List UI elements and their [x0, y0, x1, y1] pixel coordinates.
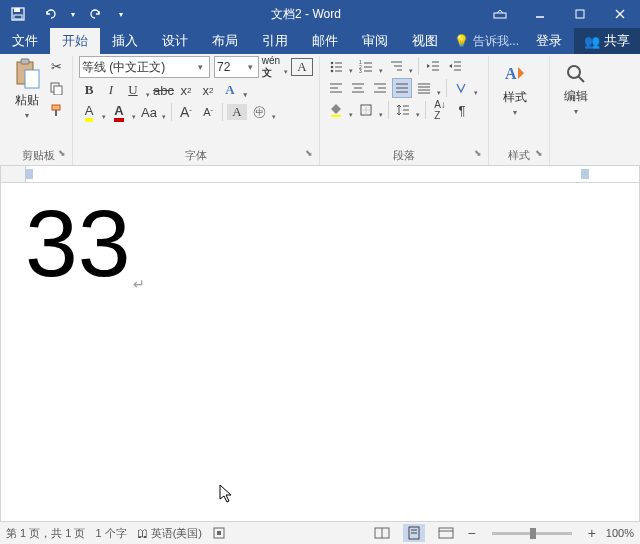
tab-layout[interactable]: 布局: [200, 28, 250, 54]
distributed-button[interactable]: [414, 78, 442, 98]
svg-rect-3: [494, 13, 506, 18]
undo-button[interactable]: [36, 2, 64, 26]
format-painter-button[interactable]: [46, 100, 66, 120]
status-language[interactable]: 🕮英语(美国): [137, 526, 202, 541]
cursor-icon: [219, 484, 235, 504]
highlight-button[interactable]: A: [79, 102, 107, 122]
ribbon-options-button[interactable]: [480, 0, 520, 28]
tab-design[interactable]: 设计: [150, 28, 200, 54]
tell-me[interactable]: 💡告诉我...: [450, 28, 524, 54]
status-word-count[interactable]: 1 个字: [95, 526, 126, 541]
ruler-right-margin[interactable]: [581, 169, 589, 179]
italic-button[interactable]: I: [101, 80, 121, 100]
maximize-button[interactable]: [560, 0, 600, 28]
save-button[interactable]: [4, 2, 32, 26]
bold-button[interactable]: B: [79, 80, 99, 100]
copy-button[interactable]: [46, 78, 66, 98]
bullets-button[interactable]: [326, 56, 354, 76]
tab-home[interactable]: 开始: [50, 28, 100, 54]
editing-button[interactable]: 编辑 ▾: [556, 56, 596, 122]
clipboard-launcher[interactable]: ⬊: [58, 145, 66, 161]
shrink-font-button[interactable]: Aˇ: [198, 102, 218, 122]
superscript-button[interactable]: x2: [198, 80, 218, 100]
ruler-corner: [1, 166, 26, 182]
asian-layout-button[interactable]: [451, 78, 479, 98]
tab-insert[interactable]: 插入: [100, 28, 150, 54]
subscript-button[interactable]: x2: [176, 80, 196, 100]
paste-button[interactable]: 粘贴 ▾: [10, 56, 44, 122]
cut-button[interactable]: ✂: [46, 56, 66, 76]
view-read-mode[interactable]: [371, 524, 393, 542]
align-left-button[interactable]: [326, 78, 346, 98]
phonetic-guide-button[interactable]: wén文: [261, 57, 289, 77]
paragraph-launcher[interactable]: ⬊: [474, 145, 482, 161]
title-bar: ▾ ▾ 文档2 - Word: [0, 0, 640, 28]
numbering-button[interactable]: 123: [356, 56, 384, 76]
multilevel-list-button[interactable]: [386, 56, 414, 76]
group-clipboard: 粘贴 ▾ ✂ 剪贴板⬊: [4, 56, 73, 165]
document-text[interactable]: 33↵: [25, 196, 145, 291]
status-macro[interactable]: [212, 526, 226, 540]
minimize-button[interactable]: [520, 0, 560, 28]
group-label-editing: [556, 147, 604, 163]
zoom-slider[interactable]: [492, 532, 572, 535]
sort-button[interactable]: A↓Z: [430, 100, 450, 120]
quick-access-toolbar: ▾ ▾: [0, 2, 132, 26]
borders-button[interactable]: [356, 100, 384, 120]
qat-customize-button[interactable]: ▾: [114, 2, 128, 26]
svg-text:3: 3: [359, 68, 362, 73]
zoom-in-button[interactable]: +: [588, 525, 596, 541]
increase-indent-button[interactable]: [445, 56, 465, 76]
document-area[interactable]: 33↵: [0, 166, 640, 521]
align-center-button[interactable]: [348, 78, 368, 98]
shading-button[interactable]: [326, 100, 354, 120]
status-page[interactable]: 第 1 页，共 1 页: [6, 526, 85, 541]
character-border-button[interactable]: A: [291, 58, 313, 76]
tab-file[interactable]: 文件: [0, 28, 50, 54]
ruler-left-margin[interactable]: [25, 169, 33, 179]
horizontal-ruler[interactable]: [1, 166, 639, 183]
align-right-button[interactable]: [370, 78, 390, 98]
tab-review[interactable]: 审阅: [350, 28, 400, 54]
undo-more-button[interactable]: ▾: [68, 2, 78, 26]
show-marks-button[interactable]: ¶: [452, 100, 472, 120]
svg-rect-5: [576, 10, 584, 18]
font-size-combo[interactable]: 72▾: [214, 56, 259, 78]
svg-rect-63: [217, 531, 221, 535]
status-bar: 第 1 页，共 1 页 1 个字 🕮英语(美国) − + 100%: [0, 521, 640, 544]
view-web-layout[interactable]: [435, 524, 457, 542]
line-spacing-button[interactable]: [393, 100, 421, 120]
strikethrough-button[interactable]: abc: [153, 80, 174, 100]
svg-rect-69: [439, 528, 453, 538]
svg-point-15: [331, 62, 334, 65]
font-color-button[interactable]: A: [109, 102, 137, 122]
zoom-out-button[interactable]: −: [467, 525, 475, 541]
close-button[interactable]: [600, 0, 640, 28]
paragraph-mark-icon: ↵: [133, 276, 145, 292]
tab-references[interactable]: 引用: [250, 28, 300, 54]
font-launcher[interactable]: ⬊: [305, 145, 313, 161]
decrease-indent-button[interactable]: [423, 56, 443, 76]
share-button[interactable]: 👥共享: [574, 28, 640, 54]
tab-mailings[interactable]: 邮件: [300, 28, 350, 54]
styles-launcher[interactable]: ⬊: [535, 145, 543, 161]
justify-button[interactable]: [392, 78, 412, 98]
underline-button[interactable]: U: [123, 80, 151, 100]
grow-font-button[interactable]: Aˆ: [176, 102, 196, 122]
bulb-icon: 💡: [454, 34, 469, 48]
redo-button[interactable]: [82, 2, 110, 26]
styles-button[interactable]: A 样式 ▾: [495, 56, 535, 122]
signin-button[interactable]: 登录: [524, 28, 574, 54]
group-font: 等线 (中文正文)▾ 72▾ wén文 A B I U abc x2 x2 A …: [73, 56, 320, 165]
svg-rect-12: [54, 86, 62, 95]
change-case-button[interactable]: Aa: [139, 102, 167, 122]
enclose-char-button[interactable]: ㊥: [249, 102, 277, 122]
char-shading-button[interactable]: A: [227, 104, 247, 120]
font-name-combo[interactable]: 等线 (中文正文)▾: [79, 56, 210, 78]
zoom-level[interactable]: 100%: [606, 527, 634, 539]
window-title: 文档2 - Word: [132, 6, 480, 23]
tab-view[interactable]: 视图: [400, 28, 450, 54]
view-print-layout[interactable]: [403, 524, 425, 542]
svg-rect-1: [14, 8, 20, 12]
text-effects-button[interactable]: A: [220, 80, 248, 100]
